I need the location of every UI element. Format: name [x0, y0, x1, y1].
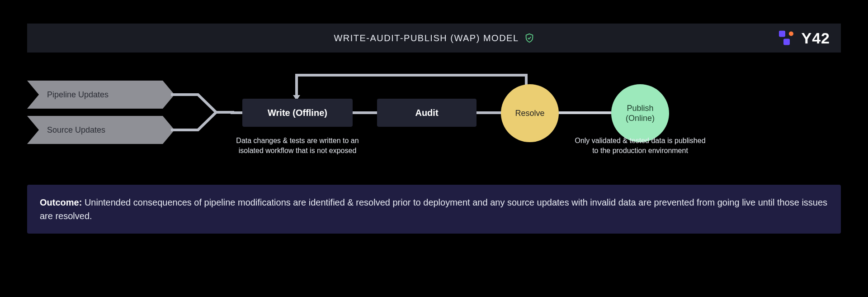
input-source-label: Source Updates	[47, 125, 105, 135]
merge-connector-icon	[171, 81, 234, 144]
shield-check-icon	[524, 33, 534, 43]
input-source-updates: Source Updates	[27, 116, 163, 144]
node-audit-label: Audit	[415, 108, 438, 118]
node-resolve: Resolve	[501, 84, 559, 142]
outcome-banner: Outcome: Unintended consequences of pipe…	[27, 185, 841, 234]
node-publish-label: Publish (Online)	[611, 103, 669, 124]
input-group: Pipeline Updates Source Updates	[27, 81, 163, 151]
svg-rect-2	[783, 38, 790, 45]
logo-mark-icon	[779, 30, 797, 46]
outcome-label: Outcome:	[40, 197, 82, 207]
brand-logo: Y42	[779, 29, 830, 47]
header-title-wrap: WRITE-AUDIT-PUBLISH (WAP) MODEL	[334, 33, 534, 43]
header-title: WRITE-AUDIT-PUBLISH (WAP) MODEL	[334, 33, 519, 43]
node-resolve-label: Resolve	[515, 108, 544, 119]
connector-audit-resolve	[476, 111, 502, 114]
svg-point-1	[789, 31, 793, 36]
svg-rect-0	[779, 30, 785, 37]
input-pipeline-label: Pipeline Updates	[47, 90, 108, 100]
input-pipeline-updates: Pipeline Updates	[27, 81, 163, 109]
header-bar: WRITE-AUDIT-PUBLISH (WAP) MODEL Y42	[27, 24, 841, 53]
outcome-text: Unintended consequences of pipeline modi…	[40, 197, 827, 221]
node-audit: Audit	[377, 99, 476, 127]
caption-publish: Only validated & tested data is publishe…	[572, 136, 708, 156]
connector-write-audit	[353, 111, 377, 114]
logo-text: Y42	[802, 29, 830, 47]
caption-write: Data changes & tests are written to an i…	[230, 136, 365, 156]
connector-in	[231, 111, 242, 114]
feedback-loop-icon	[289, 68, 533, 100]
connector-resolve-publish	[559, 111, 611, 114]
node-write-label: Write (Offline)	[268, 108, 327, 118]
node-publish: Publish (Online)	[611, 84, 669, 142]
node-write: Write (Offline)	[242, 99, 353, 127]
